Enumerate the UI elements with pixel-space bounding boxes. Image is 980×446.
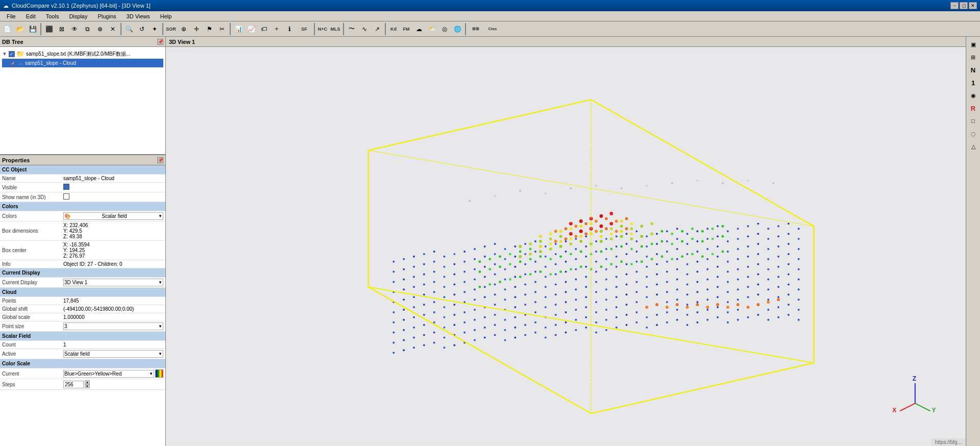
colorscale-preview[interactable] — [155, 369, 163, 378]
translate-button[interactable]: ✦ — [149, 23, 161, 35]
cloud3-button[interactable]: ☁ — [413, 23, 425, 35]
prop-value-pointsize[interactable]: 3 ▼ — [61, 321, 165, 332]
sort-button[interactable]: SOR — [165, 23, 177, 35]
flag-button[interactable]: ⚑ — [203, 23, 215, 35]
tree-item-root[interactable]: ▼ ✓ 📁 samp51_slope.txt (K:/MBF测试2.0/MBF数… — [2, 49, 163, 59]
open-button[interactable]: 📂 — [14, 23, 26, 35]
zoom-button[interactable]: 🔍 — [123, 23, 135, 35]
svg-point-150 — [666, 261, 668, 263]
prop-value-active[interactable]: Scalar field ▼ — [61, 349, 165, 359]
clone-button[interactable]: ⧉ — [81, 23, 93, 35]
add-button[interactable]: ＋ — [271, 23, 283, 35]
svg-point-402 — [727, 321, 729, 324]
menu-tools[interactable]: Tools — [41, 12, 64, 21]
active-dropdown[interactable]: Scalar field ▼ — [63, 350, 163, 358]
deselect-button[interactable]: ⊠ — [56, 23, 68, 35]
fm-button[interactable]: FM — [400, 23, 412, 35]
menu-file[interactable]: File — [2, 12, 20, 21]
cloud4-button[interactable]: ⛅ — [426, 23, 438, 35]
wave2-button[interactable]: ∿ — [358, 23, 371, 35]
clas1-button[interactable]: ⊞⊞ — [468, 23, 484, 35]
showname-checkbox[interactable] — [63, 193, 69, 200]
mls-button[interactable]: MLS — [329, 23, 341, 35]
delete-button[interactable]: ✕ — [107, 23, 119, 35]
colors-dropdown[interactable]: 🎨 Scalar field ▼ — [63, 212, 163, 220]
graph-button[interactable]: 📈 — [245, 23, 257, 35]
prop-value-colors[interactable]: 🎨 Scalar field ▼ — [61, 211, 165, 221]
rt-btn-1[interactable]: ▣ — [968, 39, 979, 50]
wave-button[interactable]: 〜 — [346, 23, 358, 35]
prop-value-colorscale-current[interactable]: Blue>Green>Yellow>Red ▼ — [61, 368, 165, 379]
close-button[interactable]: ✕ — [969, 2, 977, 9]
svg-point-502 — [579, 235, 582, 238]
rt-btn-R[interactable]: R — [968, 103, 979, 114]
svg-point-155 — [717, 256, 719, 258]
svg-point-132 — [484, 276, 486, 278]
sphere-button[interactable]: ◎ — [438, 23, 451, 35]
nc-button[interactable]: N+C — [316, 23, 329, 35]
kd-button[interactable]: Kd — [387, 23, 400, 35]
chart-button[interactable]: 📊 — [232, 23, 244, 35]
svg-point-59 — [575, 248, 577, 250]
svg-point-290 — [423, 324, 425, 326]
steps-decrement[interactable]: ▼ — [85, 384, 90, 388]
pointsize-dropdown[interactable]: 3 ▼ — [63, 323, 163, 330]
toggle-button[interactable]: 👁 — [68, 23, 81, 35]
globe-button[interactable]: 🌐 — [451, 23, 463, 35]
steps-increment[interactable]: ▲ — [85, 380, 90, 384]
steps-input[interactable] — [63, 381, 84, 388]
prop-value-currentdisplay[interactable]: 3D View 1 ▼ — [61, 278, 165, 288]
svg-point-286 — [798, 288, 800, 290]
tree-item-cloud[interactable]: ✓ ☁ samp51_slope - Cloud — [2, 59, 163, 67]
rt-btn-8[interactable]: △ — [968, 141, 979, 152]
prop-value-steps[interactable]: ▲ ▼ — [61, 379, 165, 390]
tree-expand-root[interactable]: ▼ — [2, 51, 7, 57]
rt-btn-2[interactable]: ⊞ — [968, 52, 979, 63]
colorscale-dropdown[interactable]: Blue>Green>Yellow>Red ▼ — [63, 370, 154, 378]
svg-point-282 — [757, 283, 759, 285]
rt-btn-6[interactable]: □ — [968, 115, 979, 127]
label-button[interactable]: 🏷 — [258, 23, 270, 35]
minimize-button[interactable]: − — [950, 2, 959, 9]
view3d[interactable]: 3D View 1 — [166, 37, 966, 446]
new-button[interactable]: 📄 — [1, 23, 13, 35]
svg-point-241 — [757, 274, 759, 276]
svg-point-444 — [570, 253, 572, 255]
visible-checkbox[interactable] — [63, 184, 69, 190]
db-tree-header: DB Tree 📌 — [0, 37, 165, 47]
cross-button[interactable]: ✛ — [190, 23, 203, 35]
sf-button[interactable]: SF — [296, 23, 312, 35]
properties-pin[interactable]: 📌 — [157, 157, 163, 163]
menu-edit[interactable]: Edit — [21, 12, 40, 21]
svg-point-322 — [747, 296, 749, 298]
db-tree-pin[interactable]: 📌 — [157, 39, 163, 45]
menu-3dviews[interactable]: 3D Views — [122, 12, 155, 21]
svg-point-246 — [393, 321, 395, 324]
menu-display[interactable]: Display — [64, 12, 92, 21]
merge-button[interactable]: ⊕ — [94, 23, 106, 35]
rt-btn-4[interactable]: 1 — [968, 77, 979, 88]
svg-point-100 — [575, 258, 577, 260]
svg-point-226 — [605, 288, 607, 290]
export-button[interactable]: ↗ — [371, 23, 383, 35]
menu-plugins[interactable]: Plugins — [93, 12, 120, 21]
save-button[interactable]: 💾 — [27, 23, 39, 35]
rt-btn-7[interactable]: ◌ — [968, 128, 979, 139]
rt-btn-5[interactable]: ◉ — [968, 90, 979, 101]
display-dropdown[interactable]: 3D View 1 ▼ — [63, 279, 163, 286]
tree-checkbox-cloud[interactable]: ✓ — [10, 60, 16, 66]
restore-button[interactable]: ◻ — [960, 2, 968, 9]
clas2-button[interactable]: Clas — [484, 23, 501, 35]
rotate-button[interactable]: ↺ — [136, 23, 148, 35]
rt-btn-3[interactable]: N — [968, 64, 979, 76]
pick-button[interactable]: ⊕ — [178, 23, 190, 35]
menu-help[interactable]: Help — [156, 12, 177, 21]
separator-2 — [120, 23, 121, 35]
select-all-button[interactable]: ⬛ — [43, 23, 55, 35]
label2-button[interactable]: ℹ — [283, 23, 296, 35]
scissors-button[interactable]: ✂ — [216, 23, 228, 35]
svg-point-549 — [488, 283, 491, 286]
cloud-tree-icon: ☁ — [18, 60, 23, 66]
svg-point-575 — [519, 190, 521, 192]
tree-checkbox-root[interactable]: ✓ — [9, 51, 15, 57]
